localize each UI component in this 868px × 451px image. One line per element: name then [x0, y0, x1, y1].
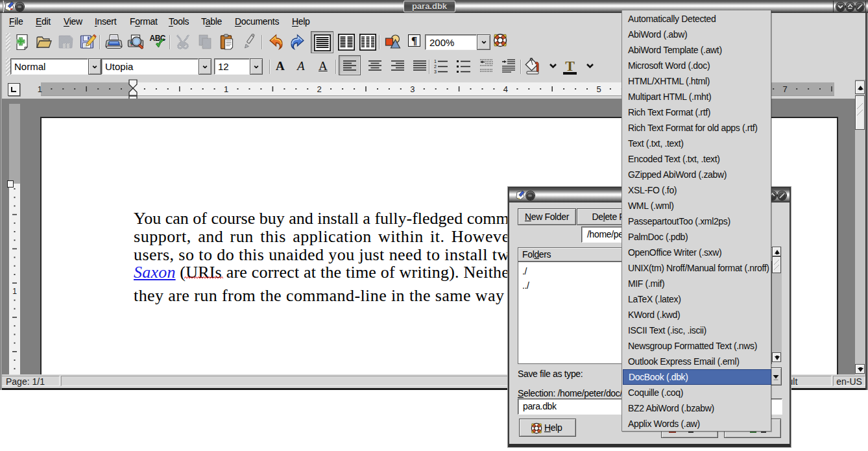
svg-text:4: 4	[503, 84, 508, 94]
svg-text:5: 5	[596, 84, 601, 94]
svg-text:2: 2	[317, 84, 322, 94]
svg-text:2: 2	[434, 64, 437, 69]
svg-text:1: 1	[12, 287, 17, 296]
svg-text:3: 3	[410, 84, 415, 94]
svg-text:1: 1	[434, 59, 437, 64]
svg-text:1: 1	[224, 84, 228, 94]
svg-text:3: 3	[434, 69, 437, 74]
svg-text:1: 1	[38, 84, 42, 94]
svg-text:7: 7	[783, 84, 788, 94]
svg-text:ABC: ABC	[150, 34, 166, 43]
